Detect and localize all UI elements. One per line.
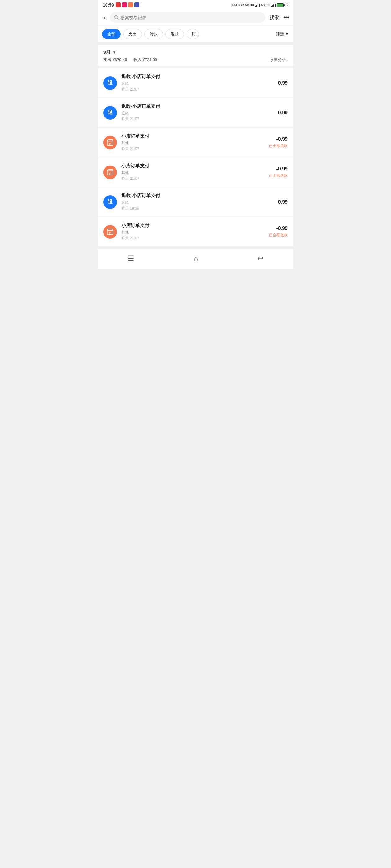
tx-title: 退款-小店订单支付 [121, 193, 275, 199]
battery-percent: 62 [285, 3, 288, 7]
filter-tab-transfer[interactable]: 转账 [144, 29, 163, 39]
tx-subtitle: 其他 [121, 141, 266, 146]
analysis-label: 收支分析 [270, 57, 286, 63]
filter-bar: 全部 支出 转账 退款 订单 筛选 ▼ [98, 26, 293, 42]
signal-icon-1 [255, 3, 260, 7]
app-icon-3 [128, 2, 133, 7]
transaction-item[interactable]: 退 退款-小店订单支付 退款 昨天 21:07 0.99 [98, 98, 293, 128]
back-nav-button[interactable]: ↩ [251, 253, 270, 264]
tx-subtitle: 其他 [121, 170, 266, 176]
tx-amount-block: 0.99 [278, 199, 288, 205]
tx-amount: -0.99 [269, 226, 288, 231]
svg-line-1 [117, 18, 118, 19]
tx-status-badge: 已全额退款 [269, 143, 288, 149]
tx-time: 昨天 21:07 [121, 236, 266, 241]
tx-amount-block: -0.99 已全额退款 [269, 166, 288, 178]
transaction-item[interactable]: 退 退款-小店订单支付 退款 昨天 21:07 0.99 [98, 68, 293, 98]
tx-title: 小店订单支付 [121, 223, 266, 228]
month-selector[interactable]: 9月 ▼ [103, 49, 288, 55]
month-label: 9月 [103, 49, 110, 55]
back-button[interactable]: ‹ [102, 13, 107, 22]
tx-title: 退款-小店订单支付 [121, 103, 275, 110]
tx-time: 昨天 21:07 [121, 176, 266, 181]
tx-amount: -0.99 [269, 166, 288, 172]
tx-time: 昨天 21:07 [121, 87, 275, 92]
app-icon-1 [116, 2, 121, 7]
status-bar: 10:59 0.50 KB/s 5G HD 5G HD 62 [98, 0, 293, 9]
transaction-item[interactable]: 退 退款-小店订单支付 退款 昨天 18:30 0.99 [98, 187, 293, 217]
tx-status-badge: 已全额退款 [269, 232, 288, 238]
tx-title: 退款-小店订单支付 [121, 74, 275, 80]
tx-status-badge: 已全额退款 [269, 173, 288, 178]
tx-amount: 0.99 [278, 80, 288, 86]
header: ‹ 搜索 ••• [98, 9, 293, 26]
income-label: 收入 ¥721.38 [134, 57, 157, 63]
tx-amount: 0.99 [278, 199, 288, 205]
svg-rect-10 [110, 232, 111, 235]
transaction-list: 退 退款-小店订单支付 退款 昨天 21:07 0.99 退 退款-小店订单支付… [98, 68, 293, 246]
search-input[interactable] [120, 15, 261, 20]
menu-button[interactable]: ☰ [121, 253, 141, 264]
filter-tab-order[interactable]: 订单 [187, 29, 199, 39]
search-button[interactable]: 搜索 [269, 14, 280, 21]
tx-avatar [103, 225, 117, 239]
network1-label: 5G HD [246, 3, 254, 6]
transaction-item[interactable]: 小店订单支付 其他 昨天 21:07 -0.99 已全额退款 [98, 217, 293, 246]
status-time: 10:59 [103, 2, 114, 7]
filter-select-label: 筛选 [276, 31, 284, 37]
transaction-item[interactable]: 小店订单支付 其他 昨天 21:07 -0.99 已全额退款 [98, 128, 293, 157]
tx-amount: -0.99 [269, 136, 288, 142]
tx-subtitle: 退款 [121, 200, 275, 205]
tx-info: 小店订单支付 其他 昨天 21:07 [121, 223, 266, 241]
tx-subtitle: 退款 [121, 111, 275, 116]
bottom-nav: ☰ ⌂ ↩ [98, 249, 293, 269]
app-icon-2 [122, 2, 127, 7]
tx-info: 小店订单支付 其他 昨天 21:07 [121, 133, 266, 152]
svg-rect-7 [110, 173, 111, 175]
tx-title: 小店订单支付 [121, 133, 266, 139]
month-summary: 9月 ▼ 支出 ¥679.46 收入 ¥721.38 收支分析 › [98, 45, 293, 66]
tx-amount-block: -0.99 已全额退款 [269, 226, 288, 238]
tx-subtitle: 退款 [121, 81, 275, 86]
tx-avatar [103, 136, 117, 149]
tx-avatar: 退 [103, 76, 117, 90]
tx-avatar: 退 [103, 195, 117, 209]
tx-amount-block: 0.99 [278, 80, 288, 86]
expense-label: 支出 ¥679.46 [103, 57, 127, 63]
tx-info: 小店订单支付 其他 昨天 21:07 [121, 163, 266, 181]
svg-rect-4 [110, 143, 111, 145]
signal-icon-2 [271, 3, 276, 7]
transaction-item[interactable]: 小店订单支付 其他 昨天 21:07 -0.99 已全额退款 [98, 157, 293, 187]
tx-avatar [103, 165, 117, 179]
tx-avatar: 退 [103, 106, 117, 120]
status-right: 0.50 KB/s 5G HD 5G HD 62 [231, 3, 288, 7]
tx-subtitle: 其他 [121, 230, 266, 235]
analysis-link[interactable]: 收支分析 › [270, 57, 288, 63]
summary-row: 支出 ¥679.46 收入 ¥721.38 收支分析 › [103, 57, 288, 63]
tx-time: 昨天 21:07 [121, 117, 275, 122]
chevron-down-icon: ▼ [285, 32, 289, 36]
svg-point-0 [114, 16, 117, 18]
home-button[interactable]: ⌂ [188, 253, 204, 264]
network-speed: 0.50 KB/s [231, 3, 244, 6]
tx-title: 小店订单支付 [121, 163, 266, 169]
app-icon-4 [134, 2, 139, 7]
tx-time: 昨天 18:30 [121, 206, 275, 211]
filter-tab-all[interactable]: 全部 [102, 29, 121, 39]
tx-amount-block: -0.99 已全额退款 [269, 136, 288, 149]
tx-info: 退款-小店订单支付 退款 昨天 21:07 [121, 74, 275, 92]
filter-select[interactable]: 筛选 ▼ [276, 31, 289, 37]
tx-amount: 0.99 [278, 110, 288, 116]
battery-icon [277, 3, 284, 7]
analysis-arrow-icon: › [286, 58, 288, 62]
tx-time: 昨天 21:07 [121, 146, 266, 152]
tx-amount-block: 0.99 [278, 110, 288, 116]
status-app-icons [116, 2, 139, 7]
search-box[interactable] [110, 12, 265, 23]
tx-info: 退款-小店订单支付 退款 昨天 21:07 [121, 103, 275, 122]
tx-info: 退款-小店订单支付 退款 昨天 18:30 [121, 193, 275, 211]
filter-tab-out[interactable]: 支出 [123, 29, 142, 39]
status-left: 10:59 [103, 2, 139, 7]
filter-tab-refund[interactable]: 退款 [165, 29, 184, 39]
more-button[interactable]: ••• [283, 14, 289, 21]
